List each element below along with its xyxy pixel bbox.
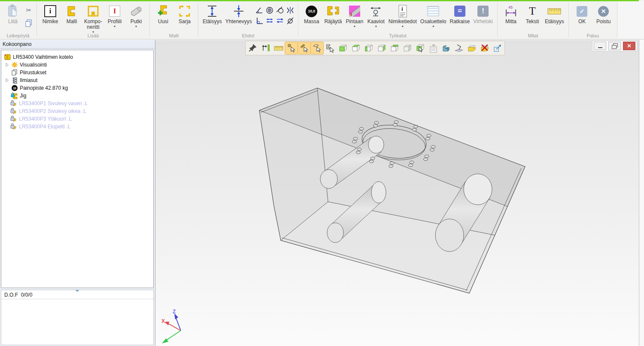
text-icon: T [529, 6, 535, 17]
part-list-button[interactable]: Osaluettelo ▾ [419, 3, 448, 28]
select-face-icon[interactable] [311, 42, 323, 54]
error-log-button[interactable]: ! Virheloki [471, 3, 495, 24]
section-box-icon[interactable] [465, 42, 478, 54]
concentric-constraint-button[interactable] [265, 5, 275, 15]
expand-arrow-icon[interactable] [4, 63, 11, 67]
ribbon-group-insert: i Nimike Malli Kompo- nentti ▾ I Profiil… [37, 1, 149, 39]
tree-node-label: Ilmiasut [20, 77, 37, 83]
3d-viewport[interactable]: X Z [155, 40, 639, 346]
distance-constraint-button[interactable]: Etäisyys [201, 3, 224, 24]
tree-row-part[interactable]: LR53400P4 Etupelti .L [1, 123, 153, 131]
extrude-icon[interactable] [440, 42, 452, 54]
anti-tangent-icon [286, 16, 295, 25]
feature-list-icon[interactable] [427, 42, 439, 54]
item-info-button[interactable]: i Nimiketiedot ▾ [387, 3, 419, 28]
item-button[interactable]: i Nimike [39, 3, 61, 24]
group-label-tools: Työkalut [299, 33, 497, 38]
tree-row[interactable]: Piirustukset [1, 69, 153, 76]
dimension-button[interactable]: 45 Mitta [500, 3, 522, 24]
ribbon-empty-area [618, 1, 644, 39]
expand-arrow-icon[interactable] [4, 78, 11, 82]
assembly-tree: LR53400 Vaihtimen kotelo Visualisointi P… [1, 50, 154, 288]
solve-button[interactable]: = Ratkaise [448, 3, 472, 24]
diagrams-icon [370, 3, 383, 19]
series-icon [178, 3, 191, 19]
equal-distance-constraint-button[interactable] [265, 15, 275, 25]
3d-model-canvas[interactable] [155, 40, 639, 346]
select-body-icon[interactable] [414, 42, 426, 54]
cut-button[interactable]: ✂ [24, 5, 34, 15]
perpendicular-constraint-button[interactable] [255, 15, 264, 25]
angle-constraint-button[interactable] [255, 5, 264, 15]
series-button[interactable]: Sarja [174, 3, 195, 24]
tangent-constraint-button[interactable] [275, 5, 285, 15]
select-edge-icon[interactable] [298, 42, 310, 54]
minimize-button[interactable] [594, 42, 606, 50]
mass-button[interactable]: 10,0 Massa [301, 3, 322, 24]
dof-label: D.O.F [4, 292, 18, 298]
tree-row-part[interactable]: LR53400P2 Sivulevy oikea .L [1, 107, 153, 115]
tree-row[interactable]: Ilmiasut [1, 76, 153, 84]
tree-row-part[interactable]: LR53400P3 Yläkuori .L [1, 115, 153, 123]
select-component-icon[interactable] [324, 42, 336, 54]
ok-button[interactable]: ✓ OK [571, 3, 593, 24]
pan-measure-icon[interactable] [259, 42, 272, 54]
explode-button[interactable]: Räjäytä [322, 3, 344, 24]
pipe-button[interactable]: Putki ▾ [125, 3, 147, 28]
view-top-icon[interactable] [349, 42, 362, 54]
configurations-icon [11, 77, 18, 84]
view-iso-icon[interactable] [401, 42, 413, 54]
parallel-constraint-button[interactable] [275, 15, 285, 25]
ribbon-group-model: Uusi Sarja Malli [150, 1, 197, 39]
svg-text:i: i [401, 6, 403, 12]
tree-row[interactable]: Visualisointi [1, 61, 153, 69]
group-label-model: Malli [150, 33, 197, 38]
export-view-icon[interactable] [491, 42, 504, 54]
locked-part-icon [10, 123, 17, 130]
chevron-down-icon: ▾ [402, 24, 404, 28]
sketch-plane-icon[interactable] [453, 42, 465, 54]
view-right-icon[interactable] [375, 42, 388, 54]
panel-title: Kokoonpano [0, 40, 155, 49]
coincidence-constraint-button[interactable]: Yhtenevyys [224, 3, 254, 24]
model-button[interactable]: Malli [61, 3, 82, 24]
parallel-icon [276, 16, 284, 25]
restore-button[interactable] [608, 42, 621, 50]
minimize-icon [598, 47, 602, 48]
component-button[interactable]: Kompo- nentti ▾ [82, 3, 104, 34]
pin-icon[interactable] [246, 42, 259, 54]
collapse-handle-icon[interactable] [75, 290, 79, 292]
paste-button[interactable]: Liitä [2, 3, 24, 24]
right-margin-strip [639, 40, 644, 346]
anti-tangent-constraint-button[interactable] [286, 15, 295, 25]
exit-button[interactable]: ✕ Poistu [593, 3, 614, 24]
new-button[interactable]: Uusi [152, 3, 174, 24]
text-button[interactable]: T Teksti [522, 3, 543, 24]
tree-row-part[interactable]: LR53400P1 Sivulevy vasen .L [1, 100, 153, 107]
ok-check-icon: ✓ [577, 6, 587, 17]
ruler-icon [547, 3, 562, 19]
tree-part-label: LR53400P3 Yläkuori .L [19, 116, 72, 122]
ruler-icon[interactable] [272, 42, 285, 54]
view-back-icon[interactable] [388, 42, 401, 54]
item-icon: i [44, 5, 56, 17]
symmetric-constraint-button[interactable] [286, 5, 295, 15]
surface-button[interactable]: I Pintaan ▾ [344, 3, 365, 28]
diagrams-button[interactable]: Kaaviot ▾ [365, 3, 387, 28]
visualization-icon [11, 61, 18, 68]
close-button[interactable]: ✕ [623, 42, 635, 50]
group-label-constraints: Ehdot [199, 33, 298, 38]
remove-section-icon[interactable] [478, 42, 491, 54]
group-separator [298, 3, 298, 37]
tree-row[interactable]: 10 Painopiste 42.870 kg [1, 84, 153, 92]
ribbon-group-constraints: Etäisyys Yhtenevyys [199, 1, 298, 39]
tree-root-row[interactable]: LR53400 Vaihtimen kotelo [1, 53, 153, 61]
profile-button[interactable]: I Profiili ▾ [104, 3, 125, 28]
housing-body[interactable] [259, 88, 525, 293]
view-left-icon[interactable] [362, 42, 375, 54]
select-point-icon[interactable] [285, 42, 298, 54]
measure-distance-button[interactable]: Etäisyys [543, 3, 566, 24]
tree-row[interactable]: Jig [1, 92, 153, 100]
copy-button[interactable] [24, 18, 34, 28]
view-solid-icon[interactable] [337, 42, 349, 54]
